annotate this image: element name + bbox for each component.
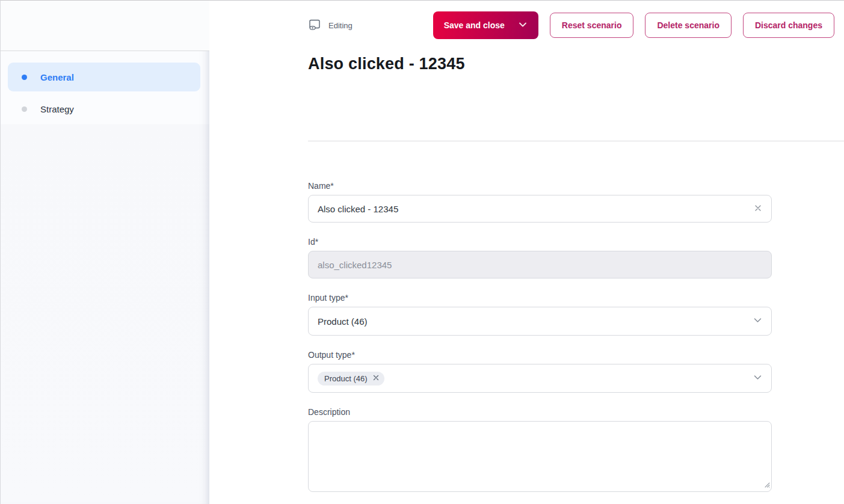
bullet-icon (22, 75, 27, 80)
id-input (308, 251, 772, 278)
id-control (308, 251, 772, 278)
editing-status: Editing (308, 18, 353, 33)
scenario-form: Name* Id* Input type* (308, 181, 772, 492)
chevron-down-icon (752, 315, 763, 328)
bullet-icon (22, 106, 27, 112)
id-label: Id* (308, 237, 772, 247)
sidebar-header (1, 1, 209, 51)
chip-label: Product (46) (324, 374, 368, 383)
remove-chip-button[interactable] (372, 374, 380, 383)
field-input-type: Input type* Product (46) (308, 293, 772, 336)
selected-option-chip: Product (46) (318, 372, 384, 386)
delete-scenario-button[interactable]: Delete scenario (645, 13, 732, 38)
field-output-type: Output type* Product (46) (308, 350, 772, 393)
field-description: Description (308, 407, 772, 492)
sidebar-nav: General Strategy (1, 51, 209, 126)
description-textarea[interactable] (308, 421, 772, 492)
description-label: Description (308, 407, 772, 417)
description-control (308, 421, 772, 492)
output-type-select[interactable]: Product (46) (308, 364, 772, 393)
save-and-close-label: Save and close (444, 20, 505, 30)
sidebar-item-general[interactable]: General (8, 63, 200, 91)
name-label: Name* (308, 181, 772, 191)
sidebar: General Strategy (1, 1, 209, 504)
input-type-selected-value: Product (46) (318, 316, 368, 327)
action-buttons: Save and close Reset scenario Delete sce… (433, 11, 834, 39)
sidebar-item-strategy[interactable]: Strategy (8, 94, 200, 123)
output-type-control: Product (46) (308, 364, 772, 393)
close-icon (372, 374, 380, 383)
clear-name-button[interactable] (749, 200, 767, 218)
field-id: Id* (308, 237, 772, 278)
page-root: { "colors": { "primary_gradient_start": … (0, 0, 844, 504)
save-and-close-button[interactable]: Save and close (433, 11, 538, 39)
field-name: Name* (308, 181, 772, 223)
close-icon (754, 204, 762, 214)
main-content: Editing Save and close Reset scenario De… (209, 1, 844, 504)
reset-scenario-button[interactable]: Reset scenario (550, 13, 634, 38)
section-divider (308, 141, 844, 141)
discard-changes-button[interactable]: Discard changes (743, 13, 834, 38)
topbar: Editing Save and close Reset scenario De… (308, 1, 834, 39)
chevron-down-icon (517, 19, 529, 32)
name-input[interactable] (308, 195, 772, 223)
input-type-control: Product (46) (308, 307, 772, 336)
output-type-label: Output type* (308, 350, 772, 360)
status-label: Editing (328, 21, 353, 30)
input-type-select[interactable]: Product (46) (308, 307, 772, 336)
name-control (308, 195, 772, 223)
page-title: Also clicked - 12345 (308, 54, 834, 74)
sidebar-item-label: Strategy (40, 104, 74, 114)
input-type-label: Input type* (308, 293, 772, 303)
preview-icon (308, 18, 321, 33)
chevron-down-icon (752, 372, 763, 385)
sidebar-item-label: General (40, 72, 74, 82)
